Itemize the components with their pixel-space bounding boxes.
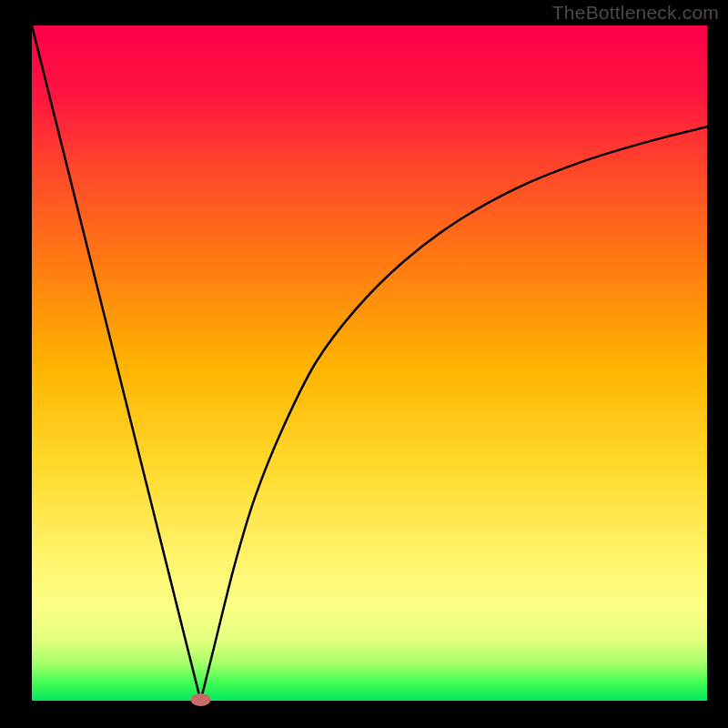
bottleneck-chart bbox=[0, 0, 728, 728]
watermark-text: TheBottleneck.com bbox=[552, 2, 719, 24]
chart-frame: TheBottleneck.com bbox=[0, 0, 728, 728]
plot-background bbox=[32, 25, 707, 701]
optimum-marker bbox=[191, 693, 211, 706]
